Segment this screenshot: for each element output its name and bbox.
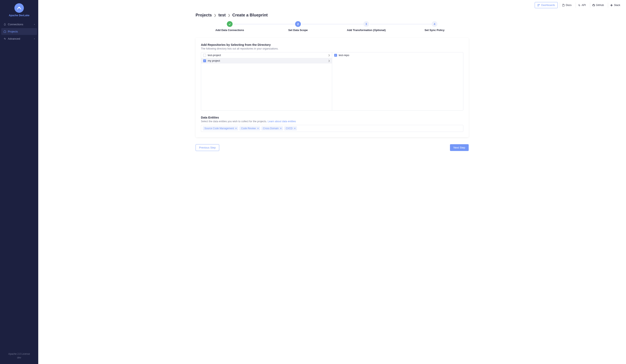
logo-icon [14, 3, 24, 13]
actions: Previous Step Next Step [196, 144, 469, 151]
step-label: Add Data Connections [196, 29, 264, 32]
main: Dashboards Docs API GitHub Slack Project… [38, 0, 626, 364]
tag-label: CI/CD [286, 127, 293, 130]
repo-tree-right[interactable]: test-repo [332, 52, 463, 110]
step: Add Data Connections [196, 21, 264, 32]
chevron-right-icon: ▸ [34, 23, 35, 25]
chevron-right-icon: ❯ [214, 14, 216, 17]
sidebar-item-projects[interactable]: Projects [1, 28, 37, 35]
chevron-right-icon: ❯ [328, 54, 330, 56]
pulse-icon [3, 37, 6, 40]
file-icon [562, 4, 565, 6]
tag: Source Code Management✕ [203, 126, 238, 131]
svg-rect-5 [538, 5, 539, 6]
svg-rect-8 [611, 4, 612, 6]
step-label: Add Transformation (Optional) [332, 29, 400, 32]
tree-row-label: test-repo [339, 54, 349, 57]
chevron-right-icon: ▸ [34, 38, 35, 40]
topbar: Dashboards Docs API GitHub Slack [38, 0, 626, 8]
checkbox[interactable] [203, 59, 206, 62]
github-icon [592, 4, 595, 6]
step-indicator: 4 [432, 21, 437, 27]
step-indicator: 3 [363, 21, 369, 27]
remove-tag-icon[interactable]: ✕ [280, 127, 282, 130]
slack-link[interactable]: Slack [608, 2, 622, 8]
step-label: Set Sync Policy [400, 29, 469, 32]
entities-subtitle: Select the data entities you wish to col… [201, 120, 463, 123]
logo: Apache DevLake [0, 0, 38, 19]
home-icon [3, 30, 6, 33]
entities-selector[interactable]: Source Code Management✕Code Review✕Cross… [201, 125, 463, 132]
sidebar-item-label: Projects [8, 30, 18, 33]
chevron-right-icon: ❯ [328, 60, 330, 62]
tree-row-label: my project [208, 59, 220, 62]
breadcrumb: Projects❯test❯Create a Blueprint [196, 13, 469, 17]
previous-step-button[interactable]: Previous Step [196, 144, 219, 151]
checkbox[interactable] [203, 54, 206, 57]
tree-row[interactable]: test-project❯ [201, 52, 332, 58]
repos-subtitle: The following directory lists out all re… [201, 47, 463, 50]
repo-tree-left[interactable]: test-project❯my project❯ [201, 52, 332, 110]
license-text: Apache 2.0 License [0, 352, 38, 356]
plug-icon [3, 23, 6, 26]
chevron-right-icon: ❯ [228, 14, 230, 17]
learn-entities-link[interactable]: Learn about data entities [268, 120, 296, 123]
breadcrumb-item[interactable]: test [218, 13, 226, 17]
breadcrumb-item: Create a Blueprint [232, 13, 268, 17]
repos-title: Add Repositories by Selecting from the D… [201, 43, 463, 46]
breadcrumb-item[interactable]: Projects [196, 13, 212, 17]
logo-text: Apache DevLake [0, 14, 38, 17]
step: 4Set Sync Policy [400, 21, 469, 32]
step-label: Set Data Scope [264, 29, 332, 32]
sidebar-item-label: Connections [8, 23, 23, 26]
sidebar-item-label: Advanced [8, 37, 20, 40]
sidebar-footer: Apache 2.0 License dev [0, 348, 38, 364]
tree-row-label: test-project [208, 54, 221, 57]
stepper: Add Data Connections2Set Data Scope3Add … [196, 21, 469, 32]
tag-label: Source Code Management [204, 127, 234, 130]
dashboards-button[interactable]: Dashboards [535, 2, 557, 8]
nav: Connections▸ProjectsAdvanced▸ [0, 19, 38, 45]
sidebar: Apache DevLake Connections▸ProjectsAdvan… [0, 0, 38, 364]
version-text: dev [0, 356, 38, 360]
svg-point-0 [19, 7, 20, 8]
step-indicator: 2 [295, 21, 301, 27]
dashboard-icon [537, 4, 540, 6]
svg-point-6 [579, 5, 580, 5]
tag-label: Code Review [241, 127, 256, 130]
slack-icon [610, 4, 613, 6]
step: 2Set Data Scope [264, 21, 332, 32]
github-link[interactable]: GitHub [590, 2, 606, 8]
remove-tag-icon[interactable]: ✕ [257, 127, 259, 130]
tag: CI/CD✕ [284, 126, 297, 131]
tree-row[interactable]: test-repo [332, 52, 463, 58]
step: 3Add Transformation (Optional) [332, 21, 400, 32]
svg-rect-3 [538, 4, 539, 5]
content: Projects❯test❯Create a Blueprint Add Dat… [188, 8, 476, 157]
svg-rect-4 [539, 4, 540, 5]
checkbox[interactable] [334, 54, 337, 57]
entities-title: Data Entities [201, 116, 463, 119]
tag: Code Review✕ [239, 126, 260, 131]
tree-row[interactable]: my project❯ [201, 58, 332, 64]
card: Add Repositories by Selecting from the D… [196, 38, 469, 137]
remove-tag-icon[interactable]: ✕ [294, 127, 296, 130]
svg-rect-7 [611, 5, 613, 5]
api-icon [578, 4, 581, 6]
docs-link[interactable]: Docs [560, 2, 574, 8]
remove-tag-icon[interactable]: ✕ [235, 127, 237, 130]
step-indicator [227, 21, 233, 27]
tag-label: Cross Domain [263, 127, 279, 130]
sidebar-item-advanced[interactable]: Advanced▸ [1, 35, 37, 42]
repo-selector: test-project❯my project❯ test-repo [201, 52, 463, 110]
api-link[interactable]: API [576, 2, 588, 8]
next-step-button[interactable]: Next Step [450, 144, 469, 151]
sidebar-item-connections[interactable]: Connections▸ [1, 21, 37, 28]
tag: Cross Domain✕ [261, 126, 283, 131]
